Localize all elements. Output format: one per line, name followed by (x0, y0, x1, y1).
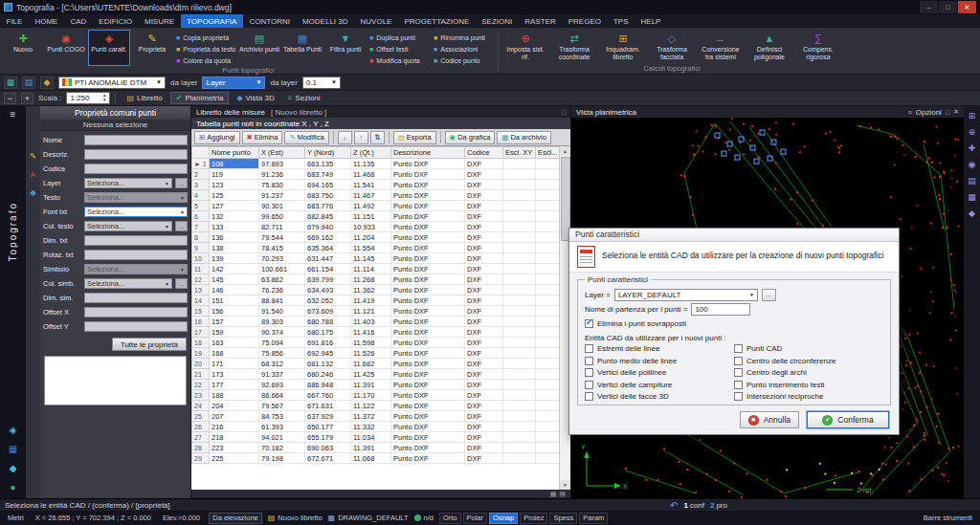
field-input-codice[interactable] (84, 164, 188, 174)
properties-listbox[interactable] (44, 356, 187, 405)
toggle-proiez[interactable]: Proiez (520, 513, 547, 524)
field-combo-layer[interactable]: Seleziona...▼ (84, 178, 172, 188)
table-row[interactable]: 1816375.094691.81611.598Punto DXFDXF (192, 338, 561, 348)
column-header-y-nord[interactable]: Y (Nord) (305, 147, 351, 159)
conferma-button[interactable]: ✔ Conferma (807, 411, 889, 428)
ribbon-button-associazioni[interactable]: ■Associazioni (432, 44, 495, 55)
table-row[interactable]: 512790.301683.77611.492Punto DXFDXF (192, 201, 561, 211)
checkbox-punto-inserimento-testi[interactable]: Punto inserimento testi (734, 379, 883, 391)
scale-combo[interactable]: 1:250 ▲▼ (66, 92, 110, 104)
grid-view-icon[interactable]: ▦ (550, 491, 557, 498)
checkbox-punto-medio-delle-linee[interactable]: Punto medio delle linee (585, 355, 734, 367)
field-combo-testo[interactable]: Seleziona...▼ (84, 192, 188, 203)
menu-item-edificio[interactable]: EDIFICIO (93, 14, 139, 28)
points-layer-icon[interactable]: ▦ (4, 77, 17, 89)
ribbon-button-colore-da-quota[interactable]: ■Colore da quota (174, 55, 237, 66)
table-row[interactable]: 813679.544669.16211.204Punto DXFDXF (192, 232, 561, 243)
field-input-dim-txt[interactable] (84, 235, 188, 246)
table-row[interactable]: 1415188.841632.05211.419Punto DXFDXF (192, 295, 561, 306)
points-table[interactable]: Nome puntoX (Est)Y (Nord)Z (Qt.)Descrizi… (191, 146, 561, 464)
field-input-nome[interactable] (84, 135, 188, 145)
menu-item-raster[interactable]: RASTER (519, 14, 562, 28)
table-row[interactable]: 1615789.303680.78811.403Punto DXFDXF (192, 317, 561, 327)
toggle-spess[interactable]: Spess (549, 513, 577, 524)
table-row[interactable]: 613299.650682.84511.151Punto DXFDXF (192, 211, 561, 222)
menu-item-progettazione[interactable]: PROGETTAZIONE (398, 14, 476, 28)
table-row[interactable]: 2822370.182690.06311.391Punto DXFDXF (192, 443, 561, 453)
column-header-z-qt[interactable]: Z (Qt.) (351, 147, 391, 159)
field-input-dim-sim[interactable] (84, 293, 188, 303)
close-button[interactable]: ✕ (958, 1, 976, 13)
view-tab-vista-3d[interactable]: ◆Vista 3D (231, 92, 279, 104)
checkbox-elimina-i-punti-sovrapposti[interactable]: ✔Elimina i punti sovrapposti (585, 317, 686, 330)
field-combo-col-testo[interactable]: Seleziona...▼ (84, 221, 172, 231)
toggle-orto[interactable]: Orto (439, 513, 461, 524)
menu-item-cad[interactable]: CAD (64, 14, 93, 28)
ribbon-button-codice-punto[interactable]: ■Codice punto (432, 55, 495, 66)
ribbon-button-copia-propriet[interactable]: ■Copia proprietà (174, 33, 237, 43)
options-button[interactable]: Opzioni (916, 108, 942, 117)
field-input-descriz[interactable] (84, 149, 188, 160)
scroll-down-icon[interactable]: ▼ (560, 480, 570, 490)
ribbon-button-propriet-da-testo[interactable]: ■Proprietà da testo (174, 44, 237, 55)
checkbox-estremi-delle-linee[interactable]: Estremi delle linee (585, 343, 734, 356)
ribbon-button-tabella-punti[interactable]: ▦Tabella Punti (281, 30, 323, 66)
da-elevazione-button[interactable]: Da elevazione (209, 513, 262, 524)
checkbox-centro-delle-circonferenze[interactable]: Centro delle circonferenze (734, 355, 883, 367)
table-row[interactable]: 1314676.236634.49311.362Punto DXFDXF (192, 285, 561, 295)
table-row[interactable]: 2621661.393650.17711.332Punto DXFDXF (192, 422, 561, 432)
table-row[interactable]: 2217792.693686.94811.391Punto DXFDXF (192, 380, 561, 390)
menu-item-contorni[interactable]: CONTORNI (243, 14, 297, 28)
checkbox-vertici-delle-facce-3d[interactable]: Vertici delle facce 3D (585, 391, 734, 404)
column-header-escl-xy[interactable]: Escl. XY (503, 147, 536, 159)
table-row[interactable]: 2017168.312681.13211.682Punto DXFDXF (192, 359, 561, 369)
grid-toggle-icon[interactable]: ◆ (969, 208, 975, 218)
zoom-extents-icon[interactable]: ⊕ (969, 127, 976, 137)
elimina-button[interactable]: ✖Elimina (242, 131, 283, 144)
column-header-codice[interactable]: Codice (465, 147, 503, 159)
orbit-icon[interactable]: ◉ (969, 160, 976, 169)
browse-button-layer[interactable]: ... (175, 178, 188, 188)
field-input-rotaz-txt[interactable] (84, 250, 188, 260)
style-indicator[interactable]: n/d (414, 514, 434, 522)
da-grafica-button[interactable]: ◉Da grafica (445, 131, 496, 144)
table-row[interactable]: 1515691.540673.60911.121Punto DXFDXF (192, 306, 561, 317)
table-row[interactable]: 2922579.198672.67111.068Punto DXFDXF (192, 453, 561, 464)
pin-panel-icon[interactable]: □ (946, 109, 949, 116)
layer-select-combo[interactable]: Layer ▼ (202, 77, 265, 89)
menu-item-misure[interactable]: MISURE (138, 14, 180, 28)
libretto-indicator[interactable]: ▤ Nuovo libretto (268, 514, 323, 522)
pan-icon[interactable]: ✚ (969, 143, 976, 153)
ribbon-button-definisci-poligonale[interactable]: ▲Definisci poligonale (746, 30, 793, 64)
zoom-in-icon[interactable]: + (21, 93, 33, 104)
field-combo-col-simb[interactable]: Seleziona...▼ (84, 278, 172, 289)
toolbars-button[interactable]: Barre strumenti (921, 513, 975, 524)
close-panel-icon[interactable]: ✕ (953, 108, 959, 116)
table-row[interactable]: 11142100.661661.15411.114Punto DXFDXF (192, 264, 561, 274)
sort-ascending-icon[interactable]: ↓ (338, 131, 352, 144)
ribbon-button-trasforma-coordinate[interactable]: ⇄Trasforma coordinate (550, 30, 598, 64)
menu-item-help[interactable]: HELP (635, 14, 667, 28)
measure-tool-icon[interactable]: ◈ (9, 425, 17, 435)
ribbon-button-imposta-sist-rif[interactable]: ⊕Imposta sist. rif. (501, 30, 549, 64)
layer-manager-icon[interactable]: ▤ (22, 77, 35, 89)
checkbox-centro-degli-archi[interactable]: Centro degli archi (734, 367, 883, 380)
table-row[interactable]: 1715990.374680.17511.416Punto DXFDXF (192, 327, 561, 338)
da-archivio-button[interactable]: ▦Da archivio (497, 131, 551, 144)
table-row[interactable]: 2318886.664667.76011.170Punto DXFDXF (192, 390, 561, 401)
view-menu-icon[interactable]: ≡ (908, 109, 912, 116)
view-tab-libretto[interactable]: ▤Libretto (121, 92, 167, 104)
column-header-descrizione[interactable]: Descrizione (391, 147, 465, 159)
spinner-icon[interactable]: ▲▼ (102, 94, 106, 102)
table-row[interactable]: 412591.237683.75011.467Punto DXFDXF (192, 190, 561, 201)
minimize-button[interactable]: – (920, 1, 938, 13)
start-name-input[interactable]: 100 (691, 303, 750, 316)
maximize-panel-icon[interactable]: □ (562, 109, 566, 116)
scroll-up-icon[interactable]: ▲ (560, 146, 570, 156)
ribbon-button-compens-rigorosa[interactable]: ∑Compens. rigorosa (794, 30, 842, 64)
ribbon-button-punti-cogo[interactable]: ◉Punti COGO (45, 30, 87, 66)
tolerance-combo[interactable]: 0.1 ▼ (302, 77, 341, 89)
layer-browse-button[interactable]: ... (762, 289, 776, 301)
symbol-properties-icon[interactable]: ◆ (30, 188, 35, 197)
measure-icon[interactable]: ▤ (968, 176, 976, 186)
